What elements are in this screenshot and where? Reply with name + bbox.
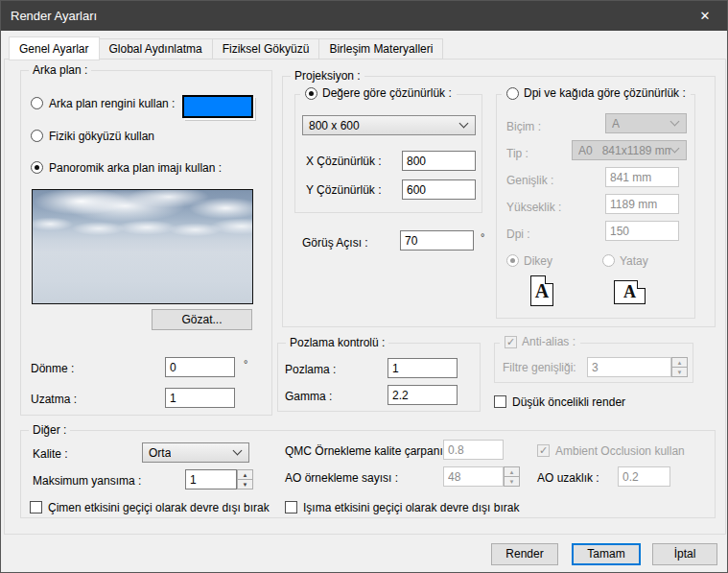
dpi-label: Dpi :: [506, 227, 530, 241]
radio-yatay-label: Yatay: [620, 254, 648, 268]
fov-input[interactable]: [400, 230, 474, 251]
ambient-occlusion-label: Ambient Occlusion kullan: [555, 444, 685, 458]
chevron-down-icon: [670, 144, 680, 154]
ao-ornekleme-spinner: ▲ ▼: [504, 466, 520, 487]
radio-dikey: [506, 254, 519, 267]
qmc-input: [443, 440, 504, 460]
group-diger-title: Diğer :: [29, 423, 70, 437]
kalite-combo[interactable]: Orta: [142, 442, 249, 463]
spinner-up-icon[interactable]: ▲: [238, 470, 252, 480]
ambient-occlusion-checkbox: ✓: [537, 444, 550, 457]
pozlama-label: Pozlama :: [285, 363, 336, 376]
close-icon[interactable]: ✕: [683, 1, 727, 31]
radio-arka-plan-rengi[interactable]: [31, 97, 43, 109]
portrait-page-letter: A: [535, 280, 549, 302]
group-degere-caption: Değere göre çözünürlük :: [300, 86, 457, 101]
spinner-down-icon: ▼: [505, 477, 519, 486]
x-resolution-label: X Çözünürlük :: [306, 155, 382, 168]
maksimum-yansima-spinner[interactable]: ▲ ▼: [237, 469, 253, 489]
resolution-preset-value: 800 x 600: [309, 119, 360, 132]
gamma-label: Gamma :: [285, 390, 332, 403]
spinner-down-icon[interactable]: ▼: [238, 480, 252, 489]
group-diger: Diğer : Kalite : Orta Maksimum yansıma :…: [20, 430, 716, 518]
group-projeksiyon: Projeksiyon : Değere göre çözünürlük : 8…: [282, 76, 716, 327]
landscape-page-icon: A: [614, 280, 646, 304]
group-arka-plan: Arka plan : Arka plan rengini kullan : F…: [20, 70, 272, 416]
genislik-input: [605, 167, 679, 187]
spinner-up-icon: ▲: [505, 467, 519, 477]
radio-dikey-label: Dikey: [524, 254, 552, 268]
bicim-label: Biçim :: [506, 120, 541, 133]
kalite-label: Kalite :: [33, 447, 68, 461]
chevron-down-icon: [670, 117, 680, 127]
group-degere-gore: Değere göre çözünürlük : 800 x 600 X Çöz…: [294, 94, 482, 213]
donme-input[interactable]: [165, 357, 235, 377]
antialias-label: Anti-alias :: [522, 335, 575, 349]
group-projeksiyon-title: Projeksiyon :: [291, 69, 364, 83]
background-color-swatch-fill[interactable]: [182, 95, 253, 118]
kalite-value: Orta: [149, 446, 171, 460]
panorama-preview-image: [32, 189, 253, 304]
donme-label: Dönme :: [31, 362, 74, 375]
fov-unit: °: [481, 231, 484, 243]
group-pozlama: Pozlama kontrolü : Pozlama : Gamma :: [277, 343, 481, 412]
radio-dpi-gore[interactable]: [506, 87, 519, 100]
window-title: Render Ayarları: [1, 9, 97, 23]
chevron-down-icon: [233, 446, 243, 456]
ao-ornekleme-label: AO örnekleme sayısı :: [285, 471, 398, 485]
uzatma-input[interactable]: [165, 388, 235, 408]
tip-combo: A0 841x1189 mm: [572, 140, 687, 160]
maksimum-yansima-input[interactable]: [185, 469, 237, 489]
y-resolution-input[interactable]: [402, 179, 476, 200]
bicim-combo: A: [605, 113, 687, 133]
antialias-checkbox: ✓: [505, 336, 517, 348]
tip-label: Tip :: [506, 147, 528, 160]
resolution-preset-combo[interactable]: 800 x 600: [302, 115, 476, 135]
gamma-input[interactable]: [387, 385, 458, 405]
tab-fiziksel-gokyuzu[interactable]: Fiziksel Gökyüzü: [212, 38, 320, 60]
filtre-genisligi-label: Filtre genişliği:: [503, 361, 576, 374]
radio-panoramik-imaj[interactable]: [31, 161, 43, 174]
group-pozlama-title: Pozlama kontrolü :: [286, 336, 388, 349]
tip-value: A0 841x1189 mm: [578, 144, 671, 157]
tab-genel-ayarlar[interactable]: Genel Ayarlar: [9, 36, 100, 60]
radio-degere-gore[interactable]: [305, 87, 317, 100]
group-antialias-caption: ✓ Anti-alias :: [500, 335, 580, 349]
dusuk-oncelikli-checkbox[interactable]: [494, 395, 506, 408]
yukseklik-input: [605, 194, 679, 214]
x-resolution-input[interactable]: [402, 151, 476, 171]
portrait-page-icon: A: [530, 275, 553, 306]
fov-label: Görüş Açısı :: [302, 236, 368, 250]
tamam-button[interactable]: Tamam: [572, 543, 641, 565]
isima-label: Işıma etkisini geçiçi olarak devre dışı …: [303, 501, 519, 514]
titlebar[interactable]: Render Ayarları ✕: [1, 1, 727, 31]
qmc-label: QMC Örnekleme kalite çarpanı :: [285, 444, 449, 458]
dusuk-oncelikli-label: Düşük öncelikli render: [512, 395, 625, 409]
isima-checkbox[interactable]: [285, 501, 297, 513]
group-dpi-gore: Dpi ve kağıda göre çözünürlük : Biçim : …: [496, 94, 695, 319]
donme-unit: °: [244, 358, 247, 370]
y-resolution-label: Y Çözünürlük :: [306, 183, 382, 197]
cimen-checkbox[interactable]: [30, 501, 42, 513]
group-dpi-caption: Dpi ve kağıda göre çözünürlük :: [502, 86, 691, 101]
genislik-label: Genişlik :: [506, 174, 553, 187]
uzatma-label: Uzatma :: [31, 393, 77, 406]
spinner-up-icon: ▲: [672, 358, 687, 368]
ao-uzaklik-input: [618, 466, 670, 487]
maksimum-yansima-label: Maksimum yansıma :: [33, 474, 141, 488]
ao-ornekleme-input: [443, 466, 504, 487]
radio-arka-plan-rengi-label: Arka plan rengini kullan :: [49, 97, 175, 110]
tab-global-aydinlatma[interactable]: Global Aydınlatma: [99, 38, 213, 60]
browse-button[interactable]: Gözat...: [152, 309, 252, 330]
tab-birlesim-materyalleri[interactable]: Birleşim Materyalleri: [318, 38, 443, 60]
dpi-input: [605, 221, 679, 241]
radio-fiziki-gokyuzu[interactable]: [31, 130, 43, 142]
pozlama-input[interactable]: [387, 358, 458, 378]
filtre-genisligi-input: [587, 357, 671, 377]
group-arka-plan-title: Arka plan :: [29, 63, 91, 77]
render-button[interactable]: Render: [491, 543, 558, 565]
iptal-button[interactable]: İptal: [652, 543, 717, 565]
cimen-label: Çimen etkisini geçiçi olarak devre dışı …: [48, 501, 270, 514]
render-settings-dialog: Render Ayarları ✕ Genel Ayarlar Global A…: [0, 0, 728, 573]
radio-dpi-gore-label: Dpi ve kağıda göre çözünürlük :: [524, 86, 686, 101]
